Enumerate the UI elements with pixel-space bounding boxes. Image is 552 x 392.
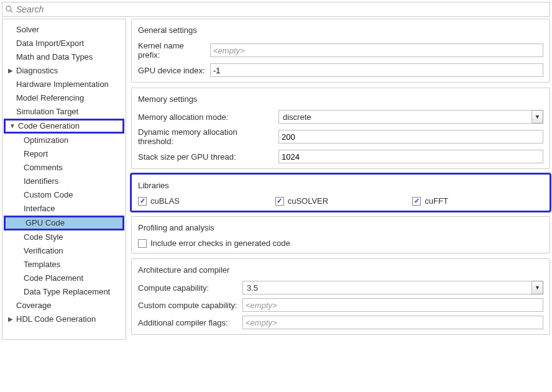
mem-threshold-input[interactable] <box>278 130 543 144</box>
kernel-prefix-input[interactable] <box>210 43 543 57</box>
tree-item[interactable]: ▼Code Generation <box>4 119 124 133</box>
main-panel: General settings Kernel name prefix: GPU… <box>131 19 550 340</box>
tree-item[interactable]: Coverage <box>2 299 126 312</box>
compute-cap-select[interactable]: 3.5 ▼ <box>242 281 543 294</box>
tree-item-label: Diagnostics <box>14 65 58 76</box>
profiling-section: Profiling and analysis Include error che… <box>131 216 550 253</box>
svg-line-1 <box>11 11 13 13</box>
compute-cap-value: 3.5 <box>242 281 532 294</box>
tree-item[interactable]: Hardware Implementation <box>2 78 126 91</box>
libraries-section: Libraries ✓ cuBLAS ✓ cuSOLVER ✓ cuFFT <box>131 174 550 211</box>
custom-compute-input[interactable] <box>242 298 543 312</box>
search-input[interactable] <box>16 4 547 14</box>
tree-child[interactable]: Code Style <box>2 230 126 244</box>
mem-mode-label: Memory allocation mode: <box>138 112 278 122</box>
compiler-flags-input[interactable] <box>242 316 543 329</box>
tree-item[interactable]: Simulation Target <box>2 105 126 119</box>
tree-child[interactable]: Comments <box>2 161 126 175</box>
tree-item[interactable]: Solver <box>2 23 126 37</box>
dropdown-icon[interactable]: ▼ <box>532 281 543 294</box>
section-title: Libraries <box>138 180 543 190</box>
checkbox-icon: ✓ <box>138 197 147 206</box>
svg-point-0 <box>6 6 11 11</box>
checkbox-icon: ✓ <box>275 197 284 206</box>
search-bar <box>2 2 550 17</box>
tree-child[interactable]: Templates <box>2 258 126 271</box>
tree-child[interactable]: Identifiers <box>2 175 126 188</box>
tree-child[interactable]: Optimization <box>2 134 126 147</box>
tree-child[interactable]: Verification <box>2 244 126 258</box>
cublas-check[interactable]: ✓ cuBLAS <box>138 196 269 206</box>
tree-item[interactable]: Model Referencing <box>2 91 126 105</box>
cusolver-check[interactable]: ✓ cuSOLVER <box>275 196 407 206</box>
include-errors-label: Include error checks in generated code <box>150 239 290 248</box>
tree-child[interactable]: Custom Code <box>2 188 126 202</box>
mem-threshold-label: Dynamic memory allocation threshold: <box>138 127 278 146</box>
tree-item[interactable]: ▶Diagnostics <box>2 64 126 78</box>
cufft-label: cuFFT <box>425 196 448 206</box>
tree-item-label: Code Generation <box>16 121 80 132</box>
tree-item-label: Solver <box>14 24 39 35</box>
memory-settings-section: Memory settings Memory allocation mode: … <box>131 88 550 169</box>
include-errors-check[interactable]: Include error checks in generated code <box>138 239 543 248</box>
section-title: Memory settings <box>138 93 543 104</box>
expand-arrow-icon: ▼ <box>9 121 16 132</box>
tree-child[interactable]: GPU Code <box>4 216 124 230</box>
compiler-flags-label: Additional compiler flags: <box>138 318 242 327</box>
tree-child[interactable]: Code Placement <box>2 271 126 285</box>
compute-cap-label: Compute capability: <box>138 283 242 293</box>
tree-item-label: HDL Code Generation <box>14 314 96 325</box>
sidebar-tree: SolverData Import/ExportMath and Data Ty… <box>2 19 126 340</box>
tree-child[interactable]: Report <box>2 147 126 161</box>
section-title: Architecture and compiler <box>138 264 543 275</box>
tree-item-label: Model Referencing <box>14 93 84 104</box>
tree-item-label: Hardware Implementation <box>14 79 109 90</box>
custom-compute-label: Custom compute capability: <box>138 301 242 310</box>
expand-arrow-icon: ▶ <box>7 314 14 325</box>
kernel-prefix-label: Kernel name prefix: <box>138 41 210 60</box>
mem-mode-select[interactable]: discrete ▼ <box>278 110 543 124</box>
dropdown-icon[interactable]: ▼ <box>532 110 543 124</box>
tree-item[interactable]: Math and Data Types <box>2 50 126 64</box>
architecture-section: Architecture and compiler Compute capabi… <box>131 258 550 335</box>
stack-size-input[interactable] <box>278 150 543 163</box>
general-settings-section: General settings Kernel name prefix: GPU… <box>131 19 550 83</box>
checkbox-icon: ✓ <box>412 197 421 206</box>
search-icon <box>5 5 14 14</box>
mem-mode-value: discrete <box>278 110 532 124</box>
cufft-check[interactable]: ✓ cuFFT <box>412 196 543 206</box>
tree-child[interactable]: Interface <box>2 202 126 216</box>
tree-item-label: Math and Data Types <box>14 52 93 63</box>
checkbox-icon <box>138 239 147 248</box>
stack-size-label: Stack size per GPU thread: <box>138 152 278 162</box>
cusolver-label: cuSOLVER <box>288 196 329 206</box>
section-title: Profiling and analysis <box>138 222 543 232</box>
expand-arrow-icon: ▶ <box>7 65 14 76</box>
tree-item[interactable]: Data Import/Export <box>2 37 126 50</box>
tree-item-label: Simulation Target <box>14 106 78 117</box>
gpu-index-input[interactable] <box>210 63 543 77</box>
tree-item[interactable]: ▶HDL Code Generation <box>2 312 126 326</box>
tree-child[interactable]: Data Type Replacement <box>2 285 126 299</box>
gpu-index-label: GPU device index: <box>138 66 210 75</box>
tree-item-label: Coverage <box>14 300 51 311</box>
tree-item-label: Data Import/Export <box>14 38 84 49</box>
section-title: General settings <box>138 24 543 35</box>
cublas-label: cuBLAS <box>150 196 180 206</box>
